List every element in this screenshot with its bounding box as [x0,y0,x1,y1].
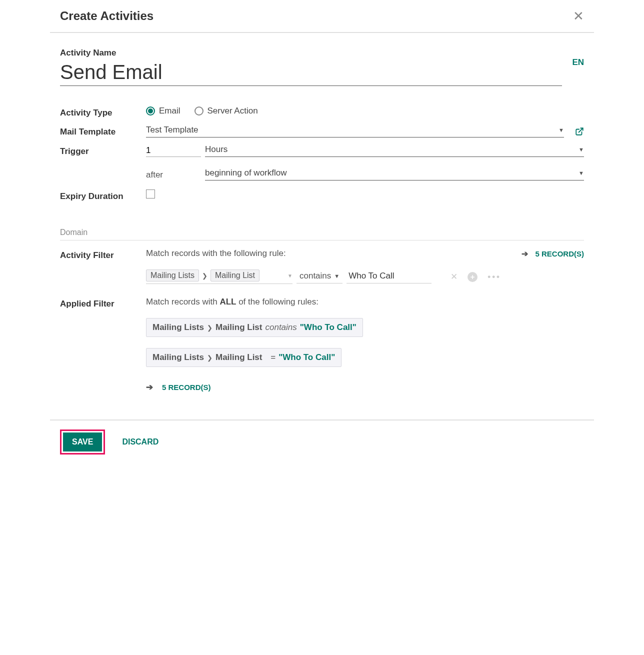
expiry-duration-checkbox[interactable] [146,190,155,198]
save-button[interactable]: SAVE [63,432,102,452]
applied-rule-2: Mailing Lists ❯ Mailing List = "Who To C… [146,348,342,367]
modal-title: Create Activities [60,9,154,23]
applied-rule-1: Mailing Lists ❯ Mailing List contains "W… [146,318,363,337]
trigger-unit-select[interactable]: Hours ▼ [205,144,584,157]
create-activities-modal: Create Activities ✕ Activity Name EN Act… [50,0,594,464]
chevron-right-icon: ❯ [202,272,208,280]
filter-rule-row: Mailing Lists ❯ Mailing List ▼ contains … [146,270,584,284]
rule-value-input[interactable] [346,270,432,284]
activity-type-server-action[interactable]: Server Action [194,106,258,116]
modal-body: Activity Name EN Activity Type Email Ser… [50,33,594,420]
activity-name-input[interactable] [60,59,562,86]
chevron-down-icon: ▼ [578,170,584,176]
external-link-icon[interactable] [575,127,584,136]
mail-template-label: Mail Template [60,125,146,137]
activity-filter-label: Activity Filter [60,248,146,260]
activity-filter-description: Match records with the following rule: [146,248,286,258]
chevron-down-icon: ▼ [288,273,292,278]
applied-filter-description: Match records with ALL of the following … [146,297,318,307]
svg-line-0 [579,128,583,132]
modal-footer: SAVE DISCARD [50,420,594,464]
chevron-down-icon: ▼ [334,273,340,279]
language-badge[interactable]: EN [572,58,584,76]
radio-unchecked-icon [194,106,204,116]
activity-name-label: Activity Name [60,48,562,58]
records-count-top[interactable]: ➔ 5 RECORD(S) [522,249,584,258]
domain-section-title: Domain [60,228,584,240]
rule-field-select[interactable]: Mailing Lists ❯ Mailing List ▼ [146,270,292,284]
radio-checked-icon [146,106,155,116]
chevron-down-icon: ▼ [558,127,564,133]
chevron-down-icon: ▼ [578,146,584,152]
arrow-right-icon: ➔ [522,249,528,258]
records-count-bottom[interactable]: ➔ 5 RECORD(S) [146,382,211,392]
activity-type-label: Activity Type [60,106,146,118]
more-options-icon[interactable]: ••• [488,272,501,282]
delete-rule-icon[interactable]: ✕ [450,272,458,282]
rule-operator-select[interactable]: contains ▼ [296,270,342,284]
expiry-duration-label: Expiry Duration [60,188,146,203]
add-rule-icon[interactable]: + [468,272,478,282]
mail-template-select[interactable]: Test Template ▼ [146,125,564,138]
chevron-right-icon: ❯ [207,324,212,332]
activity-type-radio-group: Email Server Action [146,106,258,116]
activity-type-email[interactable]: Email [146,106,180,116]
trigger-label: Trigger [60,144,146,156]
trigger-direction-label: after [146,168,201,180]
save-button-highlight: SAVE [60,430,105,454]
trigger-event-select[interactable]: beginning of workflow ▼ [205,168,584,180]
close-icon[interactable]: ✕ [573,10,584,22]
modal-header: Create Activities ✕ [50,0,594,33]
applied-filter-label: Applied Filter [60,297,146,309]
trigger-interval-input[interactable] [146,144,201,157]
chevron-right-icon: ❯ [207,354,212,362]
discard-button[interactable]: DISCARD [119,437,162,447]
arrow-right-icon: ➔ [146,382,153,392]
